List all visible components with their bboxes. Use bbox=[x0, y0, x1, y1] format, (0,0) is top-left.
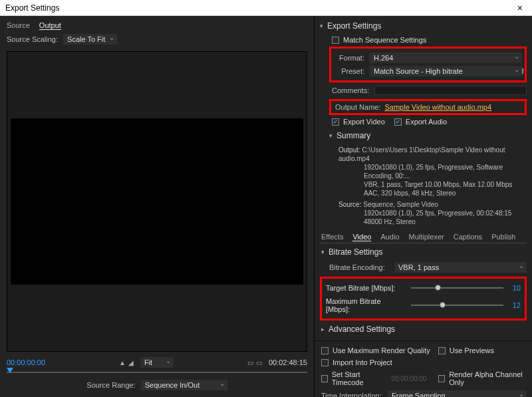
playhead-icon[interactable] bbox=[7, 368, 13, 373]
left-panel: Source Output Source Scaling: Scale To F… bbox=[0, 16, 315, 397]
source-range-row: Source Range: Sequence In/Out bbox=[0, 377, 314, 397]
use-max-render-checkbox[interactable] bbox=[321, 347, 329, 354]
export-settings-section[interactable]: ▾ Export Settings bbox=[320, 19, 527, 33]
bitrate-sliders-highlight: Target Bitrate [Mbps]: 10 Maximum Bitrat… bbox=[320, 277, 527, 321]
set-start-tc-checkbox[interactable] bbox=[321, 375, 328, 382]
export-video-checkbox[interactable] bbox=[332, 118, 339, 126]
tab-effects[interactable]: Effects bbox=[321, 233, 343, 241]
advanced-section[interactable]: ▸ Advanced Settings bbox=[320, 322, 527, 336]
main-panel: Source Output Source Scaling: Scale To F… bbox=[0, 16, 532, 397]
set-start-tc-value: 00:00:00:00 bbox=[392, 375, 427, 382]
max-bitrate-value[interactable]: 12 bbox=[509, 301, 521, 309]
bitrate-settings-label: Bitrate Settings bbox=[329, 247, 382, 257]
format-preset-highlight: Format: H.264 Preset: Match Source - Hig… bbox=[329, 47, 527, 82]
format-dropdown[interactable]: H.264 bbox=[370, 53, 522, 63]
right-panel: ▾ Export Settings Match Sequence Setting… bbox=[315, 16, 532, 397]
export-settings-label: Export Settings bbox=[327, 21, 381, 31]
play-controls: ▲ ◢ bbox=[119, 359, 134, 366]
twisty-icon: ▾ bbox=[329, 132, 332, 139]
video-preview bbox=[11, 118, 303, 285]
summary-block: Output: C:\Users\Users 1\Desktop\Sample … bbox=[320, 144, 527, 227]
use-previews-label: Use Previews bbox=[450, 346, 494, 354]
target-bitrate-value[interactable]: 10 bbox=[509, 284, 521, 292]
render-alpha-label: Render Alpha Channel Only bbox=[449, 370, 527, 386]
summary-output-path: C:\Users\Users 1\Desktop\Sample Video wi… bbox=[338, 146, 505, 162]
tab-audio[interactable]: Audio bbox=[380, 233, 399, 241]
advanced-settings-label: Advanced Settings bbox=[329, 325, 395, 334]
summary-label: Summary bbox=[336, 131, 370, 140]
tab-video[interactable]: Video bbox=[352, 233, 371, 241]
use-max-render-label: Use Maximum Render Quality bbox=[332, 346, 430, 354]
bitrate-encoding-label: Bitrate Encoding: bbox=[329, 263, 389, 271]
tab-source[interactable]: Source bbox=[7, 21, 30, 30]
twisty-icon: ▾ bbox=[321, 249, 325, 255]
timeline-row: 00:00:00:00 ▲ ◢ Fit ▭ ▭ 00:02:48:15 bbox=[0, 354, 314, 370]
zoom-fit-dropdown[interactable]: Fit bbox=[140, 357, 174, 368]
output-name-link[interactable]: Sample Video without audio.mp4 bbox=[384, 103, 491, 111]
summary-output-vbr: VBR, 1 pass, Target 10.00 Mbps, Max 12.0… bbox=[338, 180, 527, 189]
comments-input[interactable] bbox=[374, 86, 527, 95]
timecode-in[interactable]: 00:00:00:00 bbox=[7, 358, 45, 366]
max-bitrate-label: Maximum Bitrate [Mbps]: bbox=[326, 297, 406, 313]
export-audio-checkbox[interactable] bbox=[394, 118, 402, 126]
source-range-dropdown[interactable]: Sequence In/Out bbox=[141, 380, 227, 390]
time-interp-label: Time Interpolation: bbox=[321, 392, 382, 397]
max-bitrate-slider[interactable] bbox=[411, 305, 503, 306]
tab-captions[interactable]: Captions bbox=[454, 233, 482, 241]
import-project-checkbox[interactable] bbox=[321, 359, 329, 366]
summary-source-audio: 48000 Hz, Stereo bbox=[338, 217, 527, 226]
twisty-icon: ▾ bbox=[320, 23, 323, 29]
tab-multiplexer[interactable]: Multiplexer bbox=[409, 233, 444, 241]
summary-output-audio: AAC, 320 kbps, 48 kHz, Stereo bbox=[338, 189, 527, 198]
window-title: Export Settings bbox=[5, 3, 513, 13]
source-scaling-dropdown[interactable]: Scale To Fit bbox=[63, 34, 117, 45]
format-label: Format: bbox=[334, 54, 364, 62]
source-scaling-label: Source Scaling: bbox=[7, 35, 58, 43]
aspect-icon[interactable]: ▭ bbox=[247, 359, 253, 366]
output-name-label: Output Name: bbox=[335, 103, 380, 111]
comments-label: Comments: bbox=[332, 86, 369, 94]
close-icon[interactable]: × bbox=[513, 3, 527, 13]
match-sequence-checkbox[interactable] bbox=[332, 37, 339, 44]
bitrate-encoding-dropdown[interactable]: VBR, 1 pass bbox=[394, 262, 527, 273]
tab-publish[interactable]: Publish bbox=[491, 233, 515, 241]
export-video-label: Export Video bbox=[343, 118, 385, 126]
codec-tabs: Effects Video Audio Multiplexer Captions… bbox=[320, 229, 527, 243]
step-back-icon[interactable]: ▲ bbox=[119, 359, 126, 366]
step-fwd-icon[interactable]: ◢ bbox=[128, 359, 134, 366]
twisty-icon: ▸ bbox=[321, 326, 325, 332]
preset-dropdown[interactable]: Match Source - High bitrate bbox=[370, 66, 522, 76]
summary-section[interactable]: ▾ Summary bbox=[320, 128, 527, 143]
preview-area bbox=[7, 51, 307, 352]
source-range-label: Source Range: bbox=[86, 381, 135, 389]
timecode-out: 00:02:48:15 bbox=[269, 358, 307, 366]
summary-output-res: 1920x1080 (1.0), 25 fps, Progressive, So… bbox=[338, 163, 527, 180]
tab-output[interactable]: Output bbox=[39, 21, 61, 30]
aspect-controls: ▭ ▭ bbox=[247, 359, 262, 366]
output-name-highlight: Output Name: Sample Video without audio.… bbox=[329, 99, 527, 115]
target-bitrate-slider[interactable] bbox=[411, 287, 503, 289]
source-scaling-row: Source Scaling: Scale To Fit bbox=[0, 33, 314, 49]
set-start-tc-label: Set Start Timecode bbox=[332, 370, 385, 386]
summary-source-res: 1920x1080 (1.0), 25 fps, Progressive, 00… bbox=[338, 209, 527, 217]
use-previews-checkbox[interactable] bbox=[438, 347, 446, 354]
summary-source-seq: Sequence, Sample Video bbox=[363, 201, 438, 208]
export-audio-label: Export Audio bbox=[406, 118, 447, 126]
match-sequence-label: Match Sequence Settings bbox=[343, 36, 426, 44]
bitrate-section[interactable]: ▾ Bitrate Settings bbox=[320, 245, 527, 259]
titlebar: Export Settings × bbox=[0, 0, 532, 16]
summary-source-label: Source: bbox=[338, 201, 361, 208]
target-bitrate-label: Target Bitrate [Mbps]: bbox=[326, 284, 406, 292]
timeline-bar[interactable] bbox=[7, 372, 307, 373]
preview-tabs: Source Output bbox=[0, 16, 314, 33]
summary-output-label: Output: bbox=[338, 146, 360, 154]
time-interp-dropdown[interactable]: Frame Sampling bbox=[388, 390, 527, 397]
import-project-label: Import Into Project bbox=[332, 358, 392, 366]
aspect-alt-icon[interactable]: ▭ bbox=[256, 359, 262, 366]
render-alpha-checkbox[interactable] bbox=[438, 375, 445, 382]
